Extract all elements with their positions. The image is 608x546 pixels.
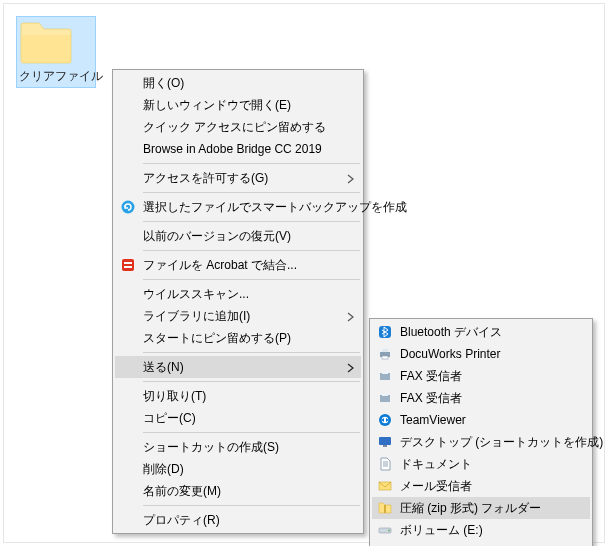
menu-separator: [143, 221, 360, 222]
bluetooth-icon: [376, 323, 394, 341]
menu-label: メール受信者: [400, 478, 472, 495]
svg-rect-2: [124, 262, 132, 264]
menu-label: Bluetooth デバイス: [400, 324, 502, 341]
pdf-icon: [119, 256, 137, 274]
sendto-compressed-folder[interactable]: 圧縮 (zip 形式) フォルダー: [372, 497, 590, 519]
menu-send-to[interactable]: 送る(N): [115, 356, 361, 378]
menu-separator: [143, 432, 360, 433]
menu-open[interactable]: 開く(O): [115, 72, 361, 94]
menu-separator: [143, 505, 360, 506]
sendto-volume-f[interactable]: ボリューム (F:): [372, 541, 590, 546]
menu-create-shortcut[interactable]: ショートカットの作成(S): [115, 436, 361, 458]
svg-point-19: [388, 530, 390, 532]
folder-icon: [19, 21, 93, 65]
menu-delete[interactable]: 削除(D): [115, 458, 361, 480]
menu-separator: [143, 279, 360, 280]
menu-label: 切り取り(T): [143, 388, 206, 405]
menu-label: FAX 受信者: [400, 390, 462, 407]
submenu-arrow-icon: [347, 173, 355, 187]
menu-cut[interactable]: 切り取り(T): [115, 385, 361, 407]
menu-label: FAX 受信者: [400, 368, 462, 385]
menu-label: コピー(C): [143, 410, 196, 427]
sendto-docuworks[interactable]: DocuWorks Printer: [372, 343, 590, 365]
sendto-documents[interactable]: ドキュメント: [372, 453, 590, 475]
menu-separator: [143, 163, 360, 164]
menu-label: ショートカットの作成(S): [143, 439, 279, 456]
svg-rect-6: [382, 349, 388, 352]
menu-label: 名前の変更(M): [143, 483, 221, 500]
context-menu: 開く(O) 新しいウィンドウで開く(E) クイック アクセスにピン留めする Br…: [112, 69, 364, 534]
sendto-mail[interactable]: メール受信者: [372, 475, 590, 497]
menu-label: デスクトップ (ショートカットを作成): [400, 434, 603, 451]
menu-label: TeamViewer: [400, 413, 466, 427]
menu-label: ファイルを Acrobat で結合...: [143, 257, 297, 274]
zip-folder-icon: [376, 499, 394, 517]
menu-pin-to-start[interactable]: スタートにピン留めする(P): [115, 327, 361, 349]
svg-rect-14: [379, 437, 391, 445]
sendto-teamviewer[interactable]: TeamViewer: [372, 409, 590, 431]
backup-icon: [119, 198, 137, 216]
menu-separator: [143, 250, 360, 251]
sendto-fax-recipient[interactable]: FAX 受信者: [372, 365, 590, 387]
sendto-bluetooth[interactable]: Bluetooth デバイス: [372, 321, 590, 343]
menu-label: クイック アクセスにピン留めする: [143, 119, 326, 136]
menu-label: プロパティ(R): [143, 512, 220, 529]
menu-separator: [143, 381, 360, 382]
svg-rect-10: [380, 395, 390, 402]
sendto-desktop[interactable]: デスクトップ (ショートカットを作成): [372, 431, 590, 453]
folder-label: クリアファイル: [19, 69, 93, 84]
folder-item[interactable]: クリアファイル: [16, 16, 96, 88]
menu-label: 開く(O): [143, 75, 184, 92]
submenu-arrow-icon: [347, 362, 355, 376]
menu-label: Browse in Adobe Bridge CC 2019: [143, 142, 322, 156]
menu-label: ウイルススキャン...: [143, 286, 249, 303]
menu-copy[interactable]: コピー(C): [115, 407, 361, 429]
menu-label: ボリューム (E:): [400, 522, 483, 539]
sendto-volume-e[interactable]: ボリューム (E:): [372, 519, 590, 541]
menu-grant-access[interactable]: アクセスを許可する(G): [115, 167, 361, 189]
menu-pin-quick-access[interactable]: クイック アクセスにピン留めする: [115, 116, 361, 138]
svg-rect-9: [382, 371, 388, 374]
menu-combine-acrobat[interactable]: ファイルを Acrobat で結合...: [115, 254, 361, 276]
menu-add-to-library[interactable]: ライブラリに追加(I): [115, 305, 361, 327]
menu-virus-scan[interactable]: ウイルススキャン...: [115, 283, 361, 305]
menu-label: 削除(D): [143, 461, 184, 478]
menu-properties[interactable]: プロパティ(R): [115, 509, 361, 531]
menu-label: 選択したファイルでスマートバックアップを作成: [143, 199, 407, 216]
svg-rect-1: [122, 259, 134, 271]
fax-icon: [376, 367, 394, 385]
menu-label: ライブラリに追加(I): [143, 308, 250, 325]
svg-rect-11: [382, 393, 388, 396]
menu-restore-previous[interactable]: 以前のバージョンの復元(V): [115, 225, 361, 247]
svg-rect-8: [380, 373, 390, 380]
mail-icon: [376, 477, 394, 495]
desktop-area: クリアファイル 開く(O) 新しいウィンドウで開く(E) クイック アクセスにピ…: [3, 3, 605, 543]
menu-label: ドキュメント: [400, 456, 472, 473]
svg-rect-3: [124, 266, 132, 268]
svg-rect-17: [384, 505, 386, 513]
menu-browse-bridge[interactable]: Browse in Adobe Bridge CC 2019: [115, 138, 361, 160]
teamviewer-icon: [376, 411, 394, 429]
fax-icon: [376, 389, 394, 407]
send-to-submenu: Bluetooth デバイス DocuWorks Printer FAX 受信者…: [369, 318, 593, 546]
menu-label: 以前のバージョンの復元(V): [143, 228, 291, 245]
menu-label: 新しいウィンドウで開く(E): [143, 97, 291, 114]
svg-rect-15: [383, 445, 387, 447]
menu-separator: [143, 352, 360, 353]
submenu-arrow-icon: [347, 311, 355, 325]
menu-label: DocuWorks Printer: [400, 347, 500, 361]
svg-rect-7: [382, 356, 388, 359]
menu-label: 圧縮 (zip 形式) フォルダー: [400, 500, 541, 517]
menu-label: スタートにピン留めする(P): [143, 330, 291, 347]
menu-open-new-window[interactable]: 新しいウィンドウで開く(E): [115, 94, 361, 116]
printer-icon: [376, 345, 394, 363]
menu-separator: [143, 192, 360, 193]
svg-point-0: [122, 201, 135, 214]
drive-icon: [376, 521, 394, 539]
desktop-icon: [376, 433, 394, 451]
sendto-fax-recipient-2[interactable]: FAX 受信者: [372, 387, 590, 409]
menu-rename[interactable]: 名前の変更(M): [115, 480, 361, 502]
menu-smart-backup[interactable]: 選択したファイルでスマートバックアップを作成: [115, 196, 361, 218]
document-icon: [376, 455, 394, 473]
menu-label: 送る(N): [143, 359, 184, 376]
